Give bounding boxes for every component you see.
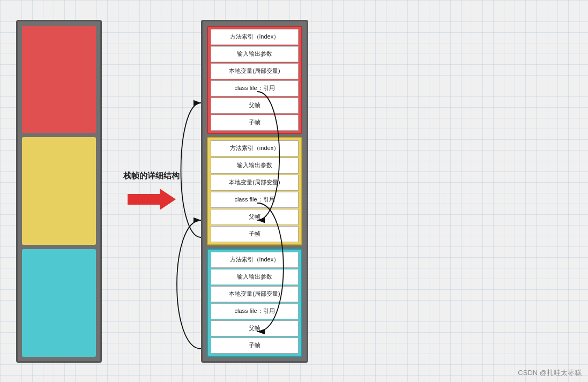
frame-block-cyan: 方法索引（index） 输入输出参数 本地变量(局部变量) class file… [207,249,302,357]
frame-row-cyan-3: 本地变量(局部变量) [211,286,299,302]
frame-row-yellow-3: 本地变量(局部变量) [211,175,299,191]
arrow-area: 栈帧的详细结构 [123,171,180,211]
frame-row-red-4: class file：引用 [211,80,299,96]
frame-row-cyan-4: class file：引用 [211,303,299,319]
main-container: 栈帧的详细结构 方法索引（index） 输入输出参数 本地变量(局部变量) cl… [16,16,572,366]
frame-row-cyan-1: 方法索引（index） [211,252,299,268]
frame-row-cyan-6: 子帧 [211,338,299,354]
left-stack-panel [16,20,102,363]
stack-block-yellow [22,137,96,245]
frame-row-cyan-2: 输入输出参数 [211,269,299,285]
right-detail-panel: 方法索引（index） 输入输出参数 本地变量(局部变量) class file… [201,20,308,363]
svg-marker-0 [128,189,176,210]
frame-row-red-6: 子帧 [211,115,299,131]
stack-block-red [22,26,96,133]
frame-row-yellow-2: 输入输出参数 [211,158,299,174]
frame-row-red-1: 方法索引（index） [211,29,299,45]
frame-block-red: 方法索引（index） 输入输出参数 本地变量(局部变量) class file… [207,26,302,134]
frame-row-yellow-6: 子帧 [211,226,299,242]
frame-block-yellow: 方法索引（index） 输入输出参数 本地变量(局部变量) class file… [207,137,302,245]
frame-row-red-2: 输入输出参数 [211,46,299,62]
frame-row-yellow-5: 父帧 [211,209,299,225]
arrow-icon [128,188,176,211]
frame-row-red-3: 本地变量(局部变量) [211,63,299,79]
frame-row-red-5: 父帧 [211,98,299,114]
frame-row-cyan-5: 父帧 [211,320,299,336]
frame-row-yellow-1: 方法索引（index） [211,140,299,156]
watermark: CSDN @扎哇太枣糕 [518,368,582,378]
arrow-label: 栈帧的详细结构 [123,171,180,181]
frame-row-yellow-4: class file：引用 [211,192,299,208]
stack-block-cyan [22,249,96,357]
